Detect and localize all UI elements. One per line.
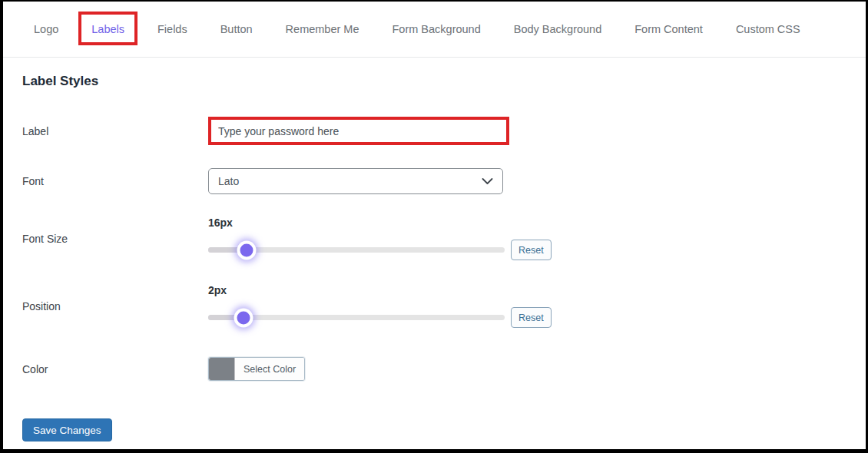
label-row-label: Label [22, 125, 208, 137]
font-row-label: Font [22, 175, 208, 187]
color-row-label: Color [22, 363, 208, 375]
color-picker-button[interactable]: Select Color [208, 357, 305, 381]
tab-form-content[interactable]: Form Content [634, 23, 703, 35]
color-swatch [209, 358, 234, 380]
tab-labels-label: Labels [91, 23, 124, 35]
label-text-input[interactable] [208, 117, 509, 145]
tab-custom-css[interactable]: Custom CSS [736, 23, 800, 35]
font-size-row: Font Size 16px Reset [22, 217, 846, 260]
tab-button[interactable]: Button [220, 23, 253, 35]
font-size-slider[interactable] [208, 247, 505, 253]
tab-remember-me[interactable]: Remember Me [286, 23, 359, 35]
save-row: Save Changes [22, 418, 846, 441]
tab-logo[interactable]: Logo [34, 23, 58, 35]
position-row: Position 2px Reset [22, 284, 846, 328]
tab-body-background[interactable]: Body Background [514, 23, 601, 35]
tab-bar: Logo Labels Fields Button Remember Me Fo… [3, 2, 866, 58]
position-slider[interactable] [208, 315, 505, 320]
label-row: Label [22, 117, 846, 145]
position-value: 2px [208, 284, 552, 296]
position-slider-thumb[interactable] [237, 311, 250, 324]
settings-page: Logo Labels Fields Button Remember Me Fo… [0, 0, 868, 453]
position-reset-button[interactable]: Reset [511, 307, 552, 328]
position-row-label: Position [22, 300, 208, 312]
font-size-row-label: Font Size [22, 233, 208, 245]
font-size-slider-thumb[interactable] [240, 243, 253, 256]
font-size-value: 16px [208, 217, 552, 229]
page-title: Label Styles [22, 74, 846, 89]
chevron-down-icon [482, 177, 493, 185]
color-row: Color Select Color [22, 357, 846, 381]
font-size-reset-button[interactable]: Reset [511, 240, 552, 260]
tab-panel-labels: Label Styles Label Font Lato Font Size 1… [3, 74, 866, 441]
font-select[interactable]: Lato [208, 168, 503, 194]
save-changes-button[interactable]: Save Changes [22, 418, 112, 441]
font-row: Font Lato [22, 168, 846, 194]
color-picker-label: Select Color [234, 358, 304, 380]
tab-labels[interactable]: Labels [91, 23, 124, 35]
tab-form-background[interactable]: Form Background [393, 23, 481, 35]
font-select-value: Lato [218, 175, 239, 187]
tab-fields[interactable]: Fields [157, 23, 187, 35]
